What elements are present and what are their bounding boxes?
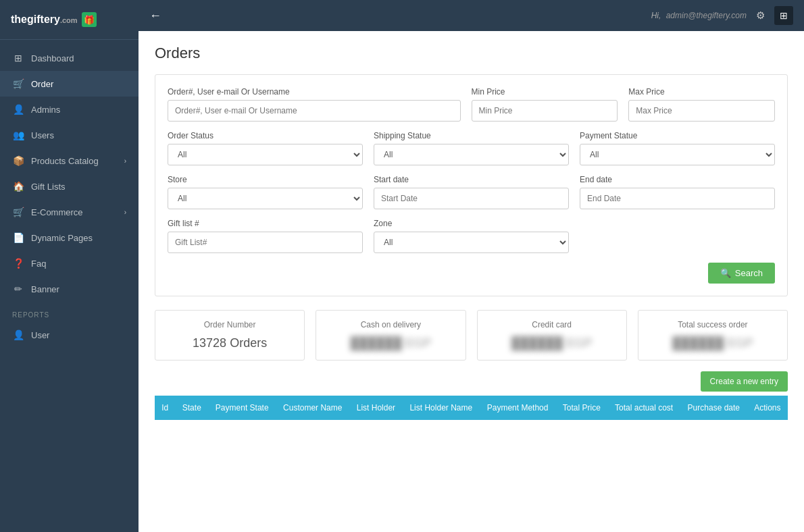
table-header-row: Id State Payment State Customer Name Lis… <box>155 396 788 420</box>
zone-label: Zone <box>374 219 569 228</box>
topbar: ← Hi, admin@thegiftery.com ⚙ ⊞ <box>139 0 804 31</box>
reports-section-label: REPORTS <box>0 302 139 322</box>
search-icon: 🔍 <box>720 268 731 278</box>
col-state: State <box>175 396 208 420</box>
col-id: Id <box>155 396 175 420</box>
payment-status-label: Payment Statue <box>580 131 775 140</box>
order-status-group: Order Status All <box>168 131 363 165</box>
sidebar-item-dynamic-pages[interactable]: 📄 Dynamic Pages <box>0 225 139 250</box>
end-date-label: End date <box>580 175 775 184</box>
logo-icon: 🎁 <box>82 12 97 27</box>
sidebar-item-label: Banner <box>31 284 59 294</box>
sidebar-item-label: Dashboard <box>31 53 74 63</box>
credit-card-label: Credit card <box>488 320 615 329</box>
col-total-price: Total Price <box>555 396 607 420</box>
sidebar-item-label: User <box>31 330 49 340</box>
filter-section: Order#, User e-mail Or Username Min Pric… <box>155 74 788 296</box>
sidebar-item-ecommerce[interactable]: 🛒 E-Commerce › <box>0 199 139 225</box>
filter-row-2: Order Status All Shipping Statue All Pay… <box>168 131 775 165</box>
sidebar-item-label: E-Commerce <box>31 207 83 217</box>
main-area: ← Hi, admin@thegiftery.com ⚙ ⊞ Orders Or… <box>139 0 804 532</box>
shipping-status-label: Shipping Statue <box>374 131 569 140</box>
sidebar-item-users[interactable]: 👥 Users <box>0 122 139 148</box>
orders-table-wrapper: Id State Payment State Customer Name Lis… <box>155 396 788 420</box>
ecommerce-icon: 🛒 <box>12 207 24 217</box>
filter-actions: 🔍 Search <box>168 263 775 284</box>
search-input[interactable] <box>168 100 461 122</box>
page-content: Orders Order#, User e-mail Or Username M… <box>139 31 804 532</box>
sidebar-logo: thegiftery.com 🎁 <box>0 0 139 40</box>
start-date-label: Start date <box>374 175 569 184</box>
order-icon: 🛒 <box>12 78 24 89</box>
max-price-input[interactable] <box>628 100 775 122</box>
min-price-group: Min Price <box>472 87 618 122</box>
min-price-input[interactable] <box>472 100 618 122</box>
user-report-icon: 👤 <box>12 329 24 340</box>
sidebar-item-products-catalog[interactable]: 📦 Products Catalog › <box>0 148 139 174</box>
store-label: Store <box>168 175 363 184</box>
store-group: Store All <box>168 175 363 209</box>
payment-status-select[interactable]: All <box>580 144 775 165</box>
columns-toggle-button[interactable]: ⊞ <box>774 6 793 25</box>
sidebar-item-banner[interactable]: ✏ Banner <box>0 276 139 302</box>
start-date-group: Start date <box>374 175 569 209</box>
order-number-label: Order Number <box>166 320 293 329</box>
sidebar-item-dashboard[interactable]: ⊞ Dashboard <box>0 45 139 71</box>
cash-delivery-label: Cash on delivery <box>327 320 454 329</box>
shipping-status-select[interactable]: All <box>374 144 569 165</box>
dynamic-pages-icon: 📄 <box>12 232 24 243</box>
max-price-label: Max Price <box>628 87 775 97</box>
admins-icon: 👤 <box>12 104 24 115</box>
search-group: Order#, User e-mail Or Username <box>168 87 461 122</box>
end-date-group: End date <box>580 175 775 209</box>
users-icon: 👥 <box>12 130 24 140</box>
end-date-input[interactable] <box>580 188 775 209</box>
sidebar-item-admins[interactable]: 👤 Admins <box>0 97 139 122</box>
topbar-greeting: Hi, admin@thegiftery.com <box>651 11 747 20</box>
col-payment-method: Payment Method <box>480 396 555 420</box>
search-button[interactable]: 🔍 Search <box>708 263 775 284</box>
back-button[interactable]: ← <box>149 9 161 23</box>
col-total-actual-cost: Total actual cost <box>607 396 680 420</box>
sidebar-item-label: Faq <box>31 259 46 269</box>
order-number-card: Order Number 13728 Orders <box>155 310 305 361</box>
chevron-right-icon: › <box>124 209 126 216</box>
sidebar-item-gift-lists[interactable]: 🏠 Gift Lists <box>0 174 139 199</box>
sidebar-item-user-report[interactable]: 👤 User <box>0 322 139 348</box>
topbar-username: admin@thegiftery.com <box>666 11 747 20</box>
store-select[interactable]: All <box>168 188 363 209</box>
sidebar-item-faq[interactable]: ❓ Faq <box>0 250 139 276</box>
search-label: Order#, User e-mail Or Username <box>168 87 461 97</box>
topbar-right: Hi, admin@thegiftery.com ⚙ ⊞ <box>651 6 793 25</box>
filter-row-3: Store All Start date End date <box>168 175 775 209</box>
sidebar-item-label: Dynamic Pages <box>31 233 93 243</box>
shipping-status-group: Shipping Statue All <box>374 131 569 165</box>
gift-list-label: Gift list # <box>168 219 363 228</box>
credit-card-value: ██████ EGP <box>488 336 615 350</box>
products-icon: 📦 <box>12 155 24 166</box>
total-success-label: Total success order <box>649 320 776 329</box>
filter-row-1: Order#, User e-mail Or Username Min Pric… <box>168 87 775 122</box>
cash-delivery-card: Cash on delivery ██████ EGP <box>316 310 466 361</box>
sidebar-item-label: Products Catalog <box>31 156 99 166</box>
sidebar-item-order[interactable]: 🛒 Order <box>0 71 139 97</box>
table-actions-bar: Create a new entry <box>155 371 788 392</box>
start-date-input[interactable] <box>374 188 569 209</box>
order-status-select[interactable]: All <box>168 144 363 165</box>
chevron-right-icon: › <box>124 157 126 165</box>
orders-table: Id State Payment State Customer Name Lis… <box>155 396 788 420</box>
min-price-label: Min Price <box>472 87 618 97</box>
create-entry-button[interactable]: Create a new entry <box>701 371 788 392</box>
sidebar-item-label: Admins <box>31 105 60 115</box>
sidebar-item-label: Order <box>31 79 53 89</box>
summary-section: Order Number 13728 Orders Cash on delive… <box>155 310 788 361</box>
col-actions: Actions <box>747 396 788 420</box>
dashboard-icon: ⊞ <box>12 53 24 63</box>
page-title: Orders <box>155 45 788 62</box>
zone-select[interactable]: All <box>374 232 569 253</box>
faq-icon: ❓ <box>12 258 24 269</box>
sidebar-item-label: Gift Lists <box>31 182 66 192</box>
logo-text: thegiftery.com <box>11 14 78 26</box>
gift-list-input[interactable] <box>168 232 363 253</box>
settings-icon[interactable]: ⚙ <box>756 9 765 22</box>
